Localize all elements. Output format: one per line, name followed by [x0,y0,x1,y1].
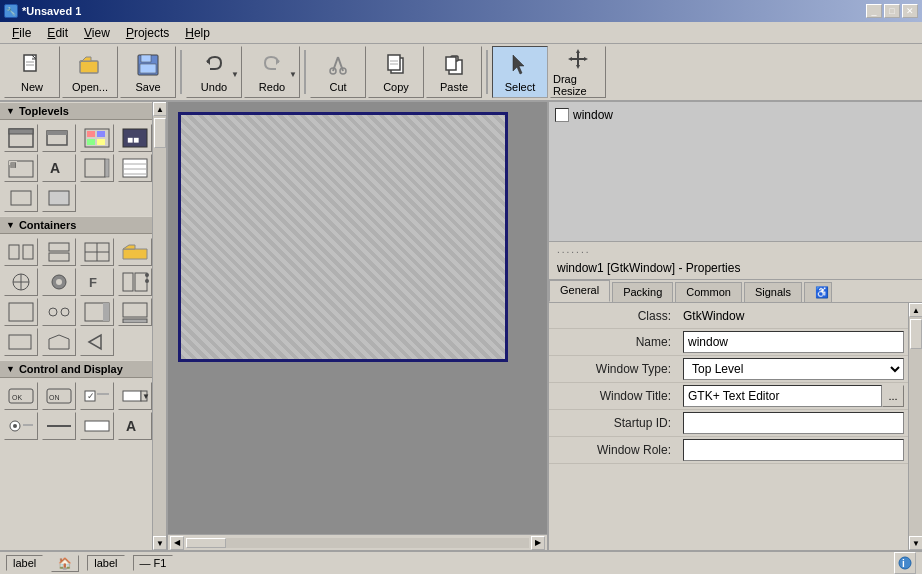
widget-frame[interactable]: ▤ [4,154,38,182]
svg-rect-34 [87,139,95,145]
left-scroll-down[interactable]: ▼ [153,536,167,550]
containers-header[interactable]: ▼ Containers [0,216,152,234]
select-button[interactable]: Select [492,46,548,98]
widget-radio[interactable] [4,412,38,440]
widget-panel-scroll[interactable]: ▼ Toplevels ■■ [0,102,152,550]
widget-cont4[interactable] [118,298,152,326]
svg-rect-6 [140,64,156,73]
widget-cont6[interactable] [42,328,76,356]
prop-name-input[interactable] [683,331,904,353]
control-display-label: Control and Display [19,363,123,375]
widget-separator[interactable] [42,412,76,440]
right-scroll-thumb[interactable] [910,319,922,349]
widget-plug[interactable] [4,184,38,212]
widget-hbox[interactable] [4,238,38,266]
right-panel-scrollbar[interactable]: ▲ ▼ [908,303,922,550]
window-title-btn[interactable]: ... [882,385,904,407]
widget-cont3[interactable] [80,298,114,326]
widget-dialog[interactable] [42,124,76,152]
undo-dropdown-arrow[interactable]: ▼ [231,70,239,79]
redo-button[interactable]: Redo ▼ [244,46,300,98]
paste-button[interactable]: Paste [426,46,482,98]
widget-cont1[interactable] [4,298,38,326]
left-panel-scrollbar[interactable]: ▲ ▼ [152,102,166,550]
cut-button[interactable]: Cut [310,46,366,98]
svg-rect-52 [49,243,69,251]
prop-window-role-value [679,437,908,463]
window-role-input[interactable] [683,439,904,461]
widget-table[interactable] [80,238,114,266]
menu-view[interactable]: View [76,24,118,42]
tab-common[interactable]: Common [675,282,742,302]
widget-vbox[interactable] [42,238,76,266]
new-button[interactable]: New [4,46,60,98]
prop-class-value: GtkWindow [679,307,908,325]
right-scroll-down[interactable]: ▼ [909,536,922,550]
left-scroll-thumb[interactable] [154,118,166,148]
widget-text-label[interactable]: A [118,412,152,440]
svg-text:i: i [902,558,905,569]
widget-paned[interactable] [118,268,152,296]
widget-button[interactable]: OK [4,382,38,410]
canvas-hscroll-thumb[interactable] [186,538,226,548]
tab-general[interactable]: General [549,280,610,302]
menu-file[interactable]: File [4,24,39,42]
right-scroll-up[interactable]: ▲ [909,303,922,317]
svg-rect-5 [141,55,151,62]
canvas-wrapper[interactable] [168,102,547,534]
widget-check[interactable]: ✓ [80,382,114,410]
widget-label-top[interactable]: A [42,154,76,182]
widget-combo[interactable]: ▼ [118,382,152,410]
svg-text:A: A [126,418,136,434]
menu-edit[interactable]: Edit [39,24,76,42]
canvas-scroll-left[interactable]: ◀ [170,536,184,550]
widget-toggle[interactable]: ON [42,382,76,410]
canvas-hscrollbar[interactable]: ◀ ▶ [168,534,547,550]
window-type-select[interactable]: Top Level Popup Dialog [683,358,904,380]
canvas-scroll-right[interactable]: ▶ [531,536,545,550]
svg-rect-91 [85,421,109,431]
widget-entry[interactable] [80,412,114,440]
menu-projects[interactable]: Projects [118,24,177,42]
undo-button[interactable]: Undo ▼ [186,46,242,98]
widget-cont2[interactable] [42,298,76,326]
control-display-header[interactable]: ▼ Control and Display [0,360,152,378]
toplevels-header[interactable]: ▼ Toplevels [0,102,152,120]
svg-point-93 [899,557,911,569]
maximize-button[interactable]: □ [884,4,900,18]
prop-name-label: Name: [549,335,679,349]
widget-list-top[interactable] [118,154,152,182]
widget-cont7[interactable] [80,328,114,356]
open-button[interactable]: Open... [62,46,118,98]
window-title-input-wrap: ... [683,385,904,407]
widget-scrolled[interactable] [80,154,114,182]
widget-filesel[interactable]: F [80,268,114,296]
widget-cont5[interactable] [4,328,38,356]
startup-id-input[interactable] [683,412,904,434]
menu-help[interactable]: Help [177,24,218,42]
tab-signals[interactable]: Signals [744,282,802,302]
save-button[interactable]: Save [120,46,176,98]
status-icon: i [894,552,916,574]
window-title-input[interactable] [683,385,882,407]
widget-fixed[interactable] [4,268,38,296]
svg-rect-71 [103,303,109,321]
left-scroll-up[interactable]: ▲ [153,102,167,116]
widget-scroll[interactable] [42,268,76,296]
drag-resize-button[interactable]: Drag Resize [550,46,606,98]
minimize-button[interactable]: _ [866,4,882,18]
svg-marker-20 [513,55,524,74]
copy-button[interactable]: Copy [368,46,424,98]
prop-startup-id-value [679,410,908,436]
canvas-window[interactable] [178,112,508,362]
redo-dropdown-arrow[interactable]: ▼ [289,70,297,79]
widget-colorsel[interactable] [80,124,114,152]
widget-folder[interactable] [118,238,152,266]
tab-accessibility[interactable]: ♿ [804,282,832,302]
widget-window[interactable] [4,124,38,152]
close-button[interactable]: ✕ [902,4,918,18]
svg-rect-14 [388,55,400,70]
widget-color[interactable]: ■■ [118,124,152,152]
tab-packing[interactable]: Packing [612,282,673,302]
widget-socket[interactable] [42,184,76,212]
